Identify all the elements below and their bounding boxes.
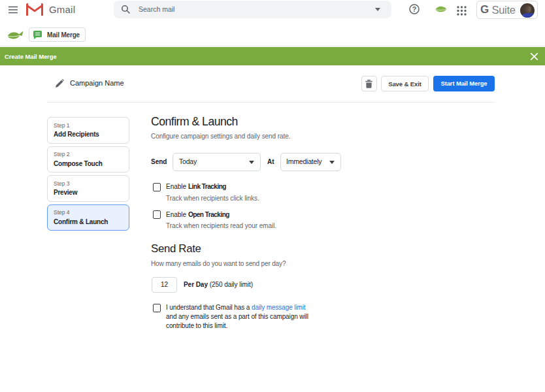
svg-text:?: ? [412,5,416,13]
